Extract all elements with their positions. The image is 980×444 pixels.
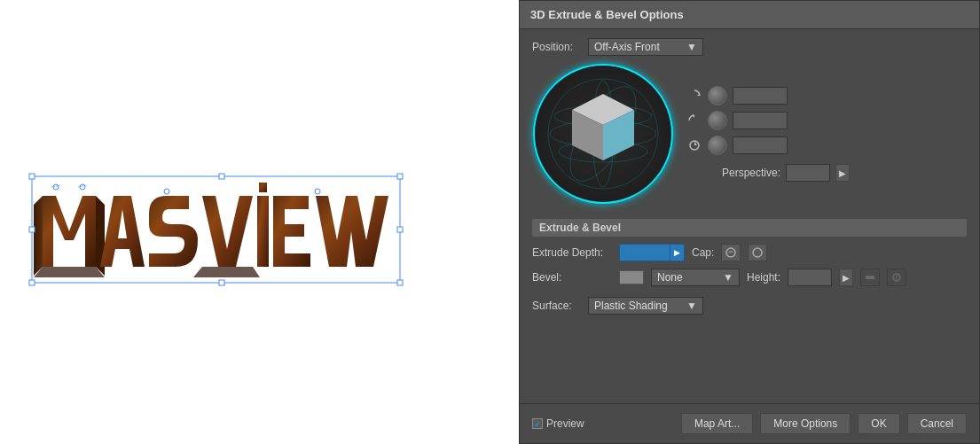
surface-value: Plastic Shading	[594, 300, 668, 312]
svg-point-18	[559, 141, 647, 162]
dialog-titlebar: 3D Extrude & Bevel Options	[520, 1, 979, 29]
text-art	[25, 125, 477, 320]
svg-rect-5	[397, 227, 403, 232]
x-angle-input[interactable]: -18°	[733, 87, 788, 105]
extrude-arrow-btn[interactable]: ▶	[670, 244, 685, 261]
svg-point-17	[550, 121, 656, 147]
text-art-svg	[25, 125, 477, 311]
cancel-button[interactable]: Cancel	[907, 413, 967, 434]
bevel-arrow-icon: ▼	[723, 271, 733, 284]
svg-rect-30	[866, 276, 874, 279]
svg-rect-8	[397, 280, 403, 285]
height-arrow-btn[interactable]: ▶	[839, 269, 853, 286]
surface-row: Surface: Plastic Shading ▼	[532, 297, 967, 315]
angle-controls: -18° -26° 8°	[686, 86, 850, 182]
x-angle-row: -18°	[686, 86, 850, 105]
svg-point-15	[548, 79, 658, 189]
map-art-button[interactable]: Map Art...	[681, 413, 753, 434]
cube-svg	[545, 76, 661, 191]
y-dial[interactable]	[708, 111, 727, 130]
y-angle-input[interactable]: -26°	[733, 112, 788, 129]
extrude-bevel-header: Extrude & Bevel	[532, 219, 967, 237]
more-options-button[interactable]: More Options	[760, 413, 851, 434]
extrude-depth-label: Extrude Depth:	[532, 246, 612, 259]
perspective-input[interactable]: 52°	[786, 164, 830, 182]
cap-label: Cap:	[692, 246, 714, 259]
svg-marker-21	[572, 94, 634, 125]
svg-point-10	[80, 184, 85, 190]
svg-rect-6	[29, 280, 35, 285]
position-value: Off-Axis Front	[594, 41, 660, 53]
dialog: 3D Extrude & Bevel Options Position: Off…	[519, 0, 980, 444]
svg-point-16	[554, 105, 652, 127]
svg-rect-2	[219, 174, 224, 179]
svg-marker-22	[572, 110, 603, 160]
height-icon-btn-1[interactable]	[860, 269, 880, 286]
perspective-label: Perspective:	[722, 167, 780, 179]
svg-rect-3	[397, 174, 403, 179]
cube-preview[interactable]	[532, 63, 674, 205]
extrude-depth-row: Extrude Depth: 56 pt ▶ Cap:	[532, 244, 967, 261]
cube-area: -18° -26° 8°	[532, 63, 967, 205]
extrude-depth-input[interactable]: 56 pt	[619, 244, 670, 261]
y-rotation-icon	[686, 113, 702, 129]
svg-line-14	[78, 185, 87, 187]
dialog-content: Position: Off-Axis Front ▼	[520, 29, 979, 403]
bevel-row: Bevel: None ▼ Height: 4 pt ▶	[532, 269, 967, 286]
cap-flat-btn[interactable]	[748, 244, 767, 261]
surface-dropdown[interactable]: Plastic Shading ▼	[588, 297, 703, 315]
svg-rect-7	[219, 280, 224, 285]
svg-rect-4	[29, 227, 35, 232]
perspective-row: Perspective: 52° ▶	[686, 164, 850, 182]
x-rotation-icon	[686, 88, 702, 104]
svg-point-29	[753, 248, 762, 257]
chevron-down-icon: ▼	[686, 41, 697, 53]
perspective-arrow-btn[interactable]: ▶	[835, 164, 850, 182]
svg-point-20	[557, 77, 648, 191]
svg-rect-1	[29, 174, 35, 179]
z-angle-row: 8°	[686, 136, 850, 155]
position-row: Position: Off-Axis Front ▼	[532, 38, 967, 56]
svg-line-13	[51, 185, 60, 187]
preview-checkbox-area: ✓ Preview	[532, 417, 584, 430]
position-label: Position:	[532, 41, 581, 53]
extrude-input-wrap: 56 pt ▶	[619, 244, 685, 261]
preview-checkbox[interactable]: ✓	[532, 418, 543, 429]
cap-round-btn[interactable]	[721, 244, 741, 261]
preview-label: Preview	[546, 417, 584, 430]
bevel-dropdown[interactable]: None ▼	[651, 269, 740, 286]
height-icon-btn-2[interactable]	[887, 269, 906, 286]
z-angle-input[interactable]: 8°	[733, 136, 788, 154]
z-dial[interactable]	[708, 136, 727, 155]
y-angle-row: -26°	[686, 111, 850, 130]
dialog-title: 3D Extrude & Bevel Options	[530, 8, 684, 21]
svg-marker-25	[692, 115, 694, 118]
height-input[interactable]: 4 pt	[788, 269, 832, 286]
z-rotation-icon	[686, 137, 702, 153]
position-dropdown[interactable]: Off-Axis Front ▼	[588, 38, 703, 56]
height-label: Height:	[747, 271, 780, 284]
canvas-area	[0, 0, 501, 444]
ok-button[interactable]: OK	[858, 413, 899, 434]
bottom-row: ✓ Preview Map Art... More Options OK Can…	[520, 403, 979, 443]
svg-point-12	[315, 189, 320, 194]
svg-marker-23	[603, 110, 634, 160]
surface-arrow-icon: ▼	[686, 300, 697, 312]
surface-label: Surface:	[532, 300, 581, 312]
x-dial[interactable]	[708, 86, 727, 105]
svg-point-19	[592, 81, 614, 187]
svg-point-9	[53, 184, 59, 190]
bevel-value: None	[657, 271, 683, 284]
bevel-preview	[619, 270, 644, 284]
svg-point-11	[164, 189, 169, 194]
bevel-label: Bevel:	[532, 271, 612, 284]
